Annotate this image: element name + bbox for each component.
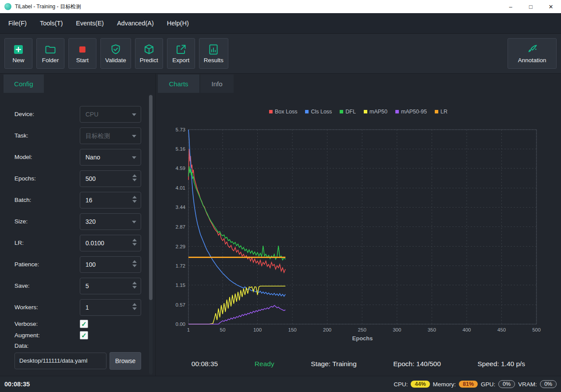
app-logo-icon: [4, 3, 11, 10]
epochs-spinner[interactable]: 500: [80, 170, 141, 187]
epochs-label: Epochs:: [14, 170, 36, 187]
svg-text:150: 150: [288, 327, 296, 332]
menu-events[interactable]: Events(E): [69, 13, 110, 33]
lr-spinner[interactable]: 0.0100: [80, 235, 141, 251]
svg-text:100: 100: [253, 327, 262, 332]
spin-down-icon[interactable]: [132, 200, 137, 203]
spin-down-icon[interactable]: [132, 307, 137, 310]
menu-advanced[interactable]: Advanced(A): [110, 13, 160, 33]
export-arrow-icon: [175, 43, 187, 56]
results-report-icon: [207, 43, 220, 56]
svg-text:4.01: 4.01: [176, 185, 185, 191]
model-select[interactable]: Nano: [80, 149, 141, 166]
svg-text:0.00: 0.00: [176, 321, 185, 327]
status-bar: 00:08:35 CPU: 44% Memory: 81% GPU: 0% VR…: [0, 376, 561, 392]
verbose-checkbox[interactable]: [80, 320, 88, 328]
workers-spinner[interactable]: 1: [80, 299, 141, 316]
device-label: Device:: [14, 106, 34, 123]
folder-button-label: Folder: [42, 57, 59, 64]
svg-text:0.57: 0.57: [176, 302, 185, 307]
export-button[interactable]: Export: [167, 38, 195, 69]
stop-square-icon: [76, 43, 89, 56]
validate-button[interactable]: Validate: [100, 38, 131, 69]
close-button[interactable]: ✕: [541, 0, 561, 13]
spin-down-icon[interactable]: [132, 179, 137, 181]
browse-button[interactable]: Browse: [110, 352, 141, 370]
spin-down-icon[interactable]: [132, 265, 137, 267]
data-path-input[interactable]: Desktop/111111/data.yaml: [14, 353, 107, 369]
results-button[interactable]: Results: [199, 38, 228, 69]
task-select[interactable]: 目标检测: [80, 127, 141, 144]
svg-text:5.16: 5.16: [176, 146, 185, 152]
field-workers: Workers: 1: [14, 299, 141, 316]
workers-value: 1: [85, 300, 89, 315]
save-value: 5: [85, 278, 89, 294]
legend-swatch: [269, 110, 273, 113]
legend-swatch: [340, 110, 343, 113]
start-button[interactable]: Start: [68, 38, 96, 69]
size-select[interactable]: 320: [80, 213, 141, 230]
training-status-row: 00:08:35 Ready Stage: Training Epoch: 14…: [156, 352, 561, 376]
device-value: CPU: [85, 106, 99, 122]
lr-label: LR:: [14, 235, 24, 251]
maximize-button[interactable]: □: [521, 0, 541, 13]
svg-text:1: 1: [187, 327, 190, 332]
start-button-label: Start: [76, 57, 89, 64]
spin-up-icon[interactable]: [132, 239, 137, 241]
model-label: Model:: [14, 149, 32, 166]
menu-help[interactable]: Help(H): [160, 13, 195, 33]
annotation-brush-icon: [526, 43, 538, 56]
spin-down-icon[interactable]: [132, 286, 137, 289]
save-spinner[interactable]: 5: [80, 278, 141, 294]
menu-file[interactable]: File(F): [2, 13, 33, 33]
tab-config[interactable]: Config: [4, 74, 44, 93]
annotation-button[interactable]: Annotation: [508, 38, 557, 69]
config-panel: Config Device: CPU Task: 目标检测 Model: Nan…: [0, 74, 156, 376]
training-chart: Box LossCls LossDFLmAP50mAP50-95LR 0.000…: [160, 94, 557, 350]
svg-text:1.15: 1.15: [176, 283, 185, 288]
menu-bar: File(F) Tools(T) Events(E) Advanced(A) H…: [0, 13, 561, 34]
gpu-label: GPU:: [481, 381, 495, 388]
legend-swatch: [395, 110, 399, 113]
device-select[interactable]: CPU: [80, 106, 141, 123]
vram-usage-badge: 0%: [540, 380, 557, 388]
menu-tools[interactable]: Tools(T): [33, 13, 69, 33]
tab-info[interactable]: Info: [200, 74, 234, 93]
spin-down-icon[interactable]: [132, 243, 137, 246]
field-model: Model: Nano: [14, 149, 141, 166]
legend-swatch: [435, 110, 438, 113]
chevron-down-icon: [132, 156, 136, 159]
spin-up-icon[interactable]: [132, 260, 137, 263]
spin-up-icon[interactable]: [132, 303, 137, 306]
field-device: Device: CPU: [14, 106, 141, 123]
predict-button[interactable]: Predict: [135, 38, 163, 69]
field-verbose: Verbose:: [14, 319, 141, 329]
spin-up-icon[interactable]: [132, 174, 137, 177]
scrollbar-thumb[interactable]: [149, 95, 153, 300]
new-button[interactable]: New: [4, 38, 32, 69]
cpu-usage-badge: 44%: [411, 381, 430, 388]
cube-icon: [143, 43, 155, 56]
field-lr: LR: 0.0100: [14, 235, 141, 251]
task-label: Task:: [14, 127, 28, 144]
spin-up-icon[interactable]: [132, 282, 137, 284]
chart-canvas: 0.000.571.151.722.292.873.444.014.595.16…: [160, 118, 557, 343]
patience-label: Patience:: [14, 256, 39, 273]
field-data: Data:: [14, 341, 141, 351]
minimize-button[interactable]: –: [501, 0, 521, 13]
folder-button[interactable]: Folder: [36, 38, 64, 69]
workers-label: Workers:: [14, 299, 38, 316]
spin-up-icon[interactable]: [132, 196, 137, 198]
svg-text:5.73: 5.73: [176, 127, 185, 132]
epochs-value: 500: [85, 171, 96, 187]
config-scrollbar[interactable]: [149, 94, 153, 374]
patience-spinner[interactable]: 100: [80, 256, 141, 273]
batch-spinner[interactable]: 16: [80, 192, 141, 208]
size-value: 320: [85, 214, 96, 230]
predict-button-label: Predict: [140, 57, 158, 64]
chart-legend: Box LossCls LossDFLmAP50mAP50-95LR: [160, 94, 557, 118]
window-controls: – □ ✕: [501, 0, 561, 13]
tab-charts[interactable]: Charts: [158, 74, 199, 93]
svg-text:350: 350: [428, 327, 436, 332]
augment-checkbox[interactable]: [80, 331, 88, 339]
